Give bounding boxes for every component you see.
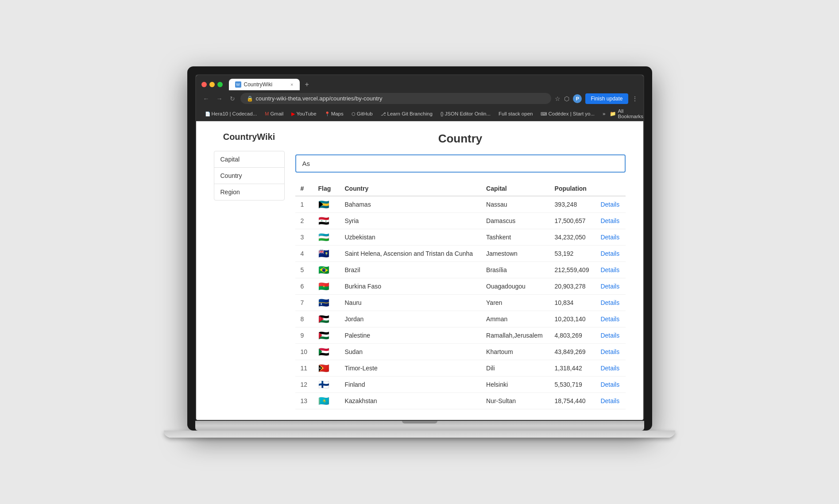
cell-population: 53,192 — [549, 246, 595, 262]
refresh-button[interactable]: ↻ — [228, 94, 237, 103]
json-icon: {} — [441, 112, 444, 116]
cell-details[interactable]: Details — [595, 393, 625, 409]
address-bar-row: ← → ↻ 🔒 country-wiki-theta.vercel.app/co… — [196, 90, 643, 107]
cell-country: Palestine — [340, 327, 481, 344]
table-row: 10 🇸🇩 Sudan Khartoum 43,849,269 Details — [295, 344, 626, 360]
main-content: Country # Flag Country Capital Populatio… — [295, 132, 626, 409]
cell-details[interactable]: Details — [595, 360, 625, 377]
extensions-icon[interactable]: ⬡ — [564, 95, 569, 102]
table-row: 6 🇧🇫 Burkina Faso Ouagadougou 20,903,278… — [295, 278, 626, 295]
cell-capital: Tashkent — [481, 229, 549, 246]
cell-capital: Amman — [481, 311, 549, 327]
cell-details[interactable]: Details — [595, 196, 625, 213]
cell-capital: Yaren — [481, 295, 549, 311]
cell-capital: Damascus — [481, 213, 549, 229]
address-bar[interactable]: 🔒 country-wiki-theta.vercel.app/countrie… — [240, 93, 552, 104]
cell-flag: 🇵🇸 — [313, 327, 340, 344]
bookmark-youtube[interactable]: ▶ YouTube — [288, 110, 320, 118]
maximize-button[interactable] — [217, 82, 223, 87]
cell-details[interactable]: Details — [595, 377, 625, 393]
cell-country: Bahamas — [340, 196, 481, 213]
details-link: Details — [600, 234, 619, 241]
cell-details[interactable]: Details — [595, 262, 625, 278]
cell-details[interactable]: Details — [595, 278, 625, 295]
tab-close-icon[interactable]: × — [290, 82, 293, 87]
cell-population: 43,849,269 — [549, 344, 595, 360]
menu-icon[interactable]: ⋮ — [632, 95, 638, 102]
bookmark-hera10[interactable]: 📄 Hera10 | Codecad... — [201, 110, 261, 117]
table-row: 2 🇸🇾 Syria Damascus 17,500,657 Details — [295, 213, 626, 229]
cell-capital: Ramallah,Jerusalem — [481, 327, 549, 344]
cell-details[interactable]: Details — [595, 295, 625, 311]
window-controls — [201, 82, 223, 87]
back-button[interactable]: ← — [201, 94, 211, 103]
cell-population: 10,834 — [549, 295, 595, 311]
cell-flag: 🇹🇱 — [313, 360, 340, 377]
bookmark-gmail[interactable]: M Gmail — [261, 110, 287, 117]
sidebar-item-region[interactable]: Region — [214, 184, 284, 200]
cell-country: Kazakhstan — [340, 393, 481, 409]
details-link: Details — [600, 266, 619, 273]
cell-details[interactable]: Details — [595, 327, 625, 344]
sidebar-item-country[interactable]: Country — [214, 168, 284, 184]
browser-chrome: W CountryWiki × + ← → ↻ 🔒 country-wiki-t… — [196, 75, 643, 121]
details-link: Details — [600, 397, 619, 404]
col-header-population: Population — [549, 181, 595, 196]
cell-num: 10 — [295, 344, 313, 360]
cell-details[interactable]: Details — [595, 344, 625, 360]
cell-num: 8 — [295, 311, 313, 327]
details-link: Details — [600, 332, 619, 339]
details-link: Details — [600, 365, 619, 372]
details-link: Details — [600, 201, 619, 208]
cell-country: Timor-Leste — [340, 360, 481, 377]
cell-population: 4,803,269 — [549, 327, 595, 344]
cell-num: 13 — [295, 393, 313, 409]
bookmarks-folder-icon: 📁 — [610, 111, 616, 117]
sidebar-item-capital[interactable]: Capital — [214, 151, 284, 168]
bookmark-codedex[interactable]: ⌨ Codédex | Start yo... — [537, 110, 598, 117]
table-row: 4 🇸🇭 Saint Helena, Ascension and Tristan… — [295, 246, 626, 262]
col-header-details — [595, 181, 625, 196]
cell-num: 11 — [295, 360, 313, 377]
col-header-num: # — [295, 181, 313, 196]
bookmark-github[interactable]: ⬡ GitHub — [348, 110, 376, 117]
laptop-notch — [402, 421, 437, 423]
search-input[interactable] — [295, 154, 626, 173]
table-row: 5 🇧🇷 Brazil Brasília 212,559,409 Details — [295, 262, 626, 278]
bookmark-icon[interactable]: ☆ — [555, 95, 561, 102]
cell-flag: 🇯🇴 — [313, 311, 340, 327]
active-tab[interactable]: W CountryWiki × — [229, 79, 300, 90]
cell-country: Uzbekistan — [340, 229, 481, 246]
cell-details[interactable]: Details — [595, 213, 625, 229]
forward-button[interactable]: → — [215, 94, 224, 103]
cell-country: Saint Helena, Ascension and Tristan da C… — [340, 246, 481, 262]
bookmark-fullstack[interactable]: Full stack open — [495, 110, 536, 117]
cell-num: 6 — [295, 278, 313, 295]
bookmark-maps[interactable]: 📍 Maps — [321, 110, 347, 117]
cell-country: Syria — [340, 213, 481, 229]
page-title: Country — [295, 132, 626, 146]
git-icon: ⎇ — [381, 112, 386, 116]
tab-bar: W CountryWiki × + — [196, 75, 643, 90]
bookmarks-more-button[interactable]: » — [599, 110, 609, 117]
cell-flag: 🇸🇾 — [313, 213, 340, 229]
profile-icon[interactable]: P — [573, 94, 582, 103]
sidebar: CountryWiki Capital Country Region — [214, 132, 285, 409]
cell-country: Brazil — [340, 262, 481, 278]
bookmark-git-branching[interactable]: ⎇ Learn Git Branching — [377, 110, 436, 117]
minimize-button[interactable] — [209, 82, 215, 87]
details-link: Details — [600, 283, 619, 290]
cell-num: 1 — [295, 196, 313, 213]
cell-details[interactable]: Details — [595, 229, 625, 246]
cell-details[interactable]: Details — [595, 246, 625, 262]
cell-flag: 🇳🇷 — [313, 295, 340, 311]
all-bookmarks-button[interactable]: 📁 All Bookmarks — [610, 108, 643, 119]
cell-num: 5 — [295, 262, 313, 278]
country-table: # Flag Country Capital Population 1 🇧🇸 B… — [295, 181, 626, 409]
cell-details[interactable]: Details — [595, 311, 625, 327]
screen: W CountryWiki × + ← → ↻ 🔒 country-wiki-t… — [195, 74, 644, 421]
close-button[interactable] — [201, 82, 207, 87]
bookmark-json-editor[interactable]: {} JSON Editor Onlin... — [437, 110, 494, 117]
finish-update-button[interactable]: Finish update — [585, 93, 628, 104]
new-tab-button[interactable]: + — [302, 79, 313, 90]
